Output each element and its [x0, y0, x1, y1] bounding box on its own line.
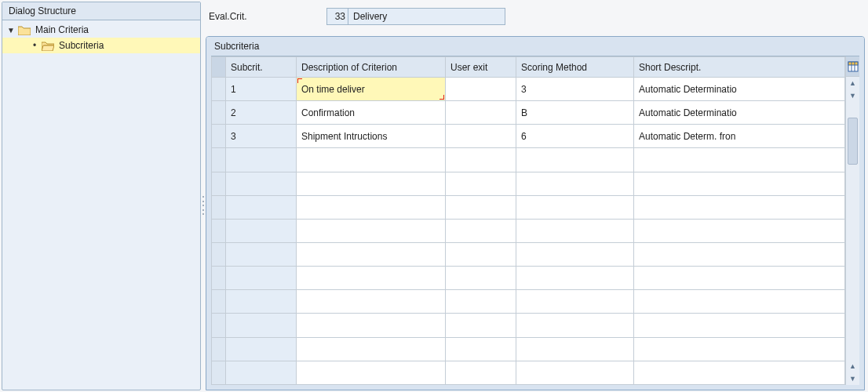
table-row[interactable] — [212, 290, 845, 314]
row-selector[interactable] — [212, 242, 226, 266]
cell-scoring[interactable] — [516, 148, 634, 172]
scroll-thumb[interactable] — [848, 118, 858, 165]
cell-subcrit[interactable] — [226, 361, 297, 384]
row-selector[interactable] — [212, 290, 226, 314]
cell-scoring[interactable]: 6 — [516, 125, 634, 148]
row-selector[interactable] — [212, 267, 226, 290]
vertical-scrollbar[interactable]: ▲ ▼ ▲ ▼ — [845, 56, 859, 385]
cell-desc[interactable] — [297, 148, 446, 172]
cell-userexit[interactable] — [446, 314, 516, 337]
col-header-short[interactable]: Short Descript. — [634, 57, 845, 78]
cell-desc[interactable] — [297, 267, 446, 290]
table-row[interactable] — [212, 219, 845, 242]
cell-subcrit[interactable]: 1 — [226, 78, 297, 101]
table-row[interactable] — [212, 361, 845, 384]
row-selector[interactable] — [212, 195, 226, 219]
cell-userexit[interactable] — [446, 101, 516, 125]
scroll-down-icon[interactable]: ▼ — [846, 372, 859, 385]
cell-scoring[interactable] — [516, 290, 634, 314]
col-header-userexit[interactable]: User exit — [446, 57, 516, 78]
cell-short[interactable]: Automatic Determ. fron — [634, 125, 845, 148]
table-row[interactable] — [212, 242, 845, 266]
cell-desc[interactable] — [297, 172, 446, 195]
subcriteria-table[interactable]: Subcrit. Description of Criterion User e… — [211, 56, 845, 385]
cell-desc[interactable]: Confirmation — [297, 101, 446, 125]
table-row[interactable] — [212, 267, 845, 290]
tree-item-main-criteria[interactable]: ▼ Main Criteria — [2, 22, 200, 38]
cell-short[interactable] — [634, 219, 845, 242]
cell-subcrit[interactable] — [226, 314, 297, 337]
row-selector[interactable] — [212, 125, 226, 148]
cell-short[interactable]: Automatic Determinatio — [634, 78, 845, 101]
table-config-button[interactable] — [846, 56, 859, 77]
cell-subcrit[interactable] — [226, 219, 297, 242]
cell-userexit[interactable] — [446, 337, 516, 361]
cell-scoring[interactable]: B — [516, 101, 634, 125]
row-selector[interactable] — [212, 172, 226, 195]
cell-userexit[interactable] — [446, 242, 516, 266]
cell-short[interactable]: Automatic Determinatio — [634, 101, 845, 125]
cell-short[interactable] — [634, 172, 845, 195]
tree-item-subcriteria[interactable]: • Subcriteria — [2, 38, 200, 53]
cell-short[interactable] — [634, 361, 845, 384]
cell-scoring[interactable] — [516, 172, 634, 195]
table-corner[interactable] — [212, 57, 226, 78]
cell-desc[interactable]: Shipment Intructions — [297, 125, 446, 148]
cell-short[interactable] — [634, 148, 845, 172]
cell-userexit[interactable] — [446, 125, 516, 148]
cell-desc[interactable] — [297, 290, 446, 314]
cell-scoring[interactable] — [516, 314, 634, 337]
cell-desc[interactable]: On time deliver — [297, 78, 446, 101]
cell-scoring[interactable] — [516, 242, 634, 266]
cell-subcrit[interactable] — [226, 337, 297, 361]
row-selector[interactable] — [212, 314, 226, 337]
cell-userexit[interactable] — [446, 361, 516, 384]
eval-crit-desc[interactable]: Delivery — [348, 8, 505, 25]
cell-desc[interactable] — [297, 195, 446, 219]
cell-scoring[interactable] — [516, 219, 634, 242]
cell-userexit[interactable] — [446, 267, 516, 290]
table-row[interactable]: 1On time deliver3Automatic Determinatio — [212, 78, 845, 101]
scroll-up-icon[interactable]: ▲ — [846, 77, 859, 89]
row-selector[interactable] — [212, 148, 226, 172]
row-selector[interactable] — [212, 337, 226, 361]
cell-subcrit[interactable] — [226, 172, 297, 195]
cell-desc[interactable] — [297, 361, 446, 384]
row-selector[interactable] — [212, 219, 226, 242]
col-header-subcrit[interactable]: Subcrit. — [226, 57, 297, 78]
cell-userexit[interactable] — [446, 219, 516, 242]
row-selector[interactable] — [212, 361, 226, 384]
cell-subcrit[interactable]: 2 — [226, 101, 297, 125]
cell-subcrit[interactable] — [226, 195, 297, 219]
eval-crit-code[interactable]: 33 — [326, 8, 348, 25]
cell-scoring[interactable] — [516, 361, 634, 384]
cell-scoring[interactable] — [516, 337, 634, 361]
cell-desc[interactable] — [297, 337, 446, 361]
table-row[interactable] — [212, 148, 845, 172]
cell-subcrit[interactable] — [226, 242, 297, 266]
cell-desc[interactable] — [297, 242, 446, 266]
collapse-icon[interactable]: ▼ — [7, 26, 15, 34]
cell-subcrit[interactable]: 3 — [226, 125, 297, 148]
scroll-up-icon[interactable]: ▲ — [846, 360, 859, 372]
table-row[interactable] — [212, 172, 845, 195]
table-row[interactable]: 2ConfirmationBAutomatic Determinatio — [212, 101, 845, 125]
col-header-desc[interactable]: Description of Criterion — [297, 57, 446, 78]
col-header-scoring[interactable]: Scoring Method — [516, 57, 634, 78]
row-selector[interactable] — [212, 101, 226, 125]
cell-desc[interactable] — [297, 219, 446, 242]
cell-subcrit[interactable] — [226, 267, 297, 290]
cell-subcrit[interactable] — [226, 290, 297, 314]
cell-scoring[interactable]: 3 — [516, 78, 634, 101]
cell-userexit[interactable] — [446, 172, 516, 195]
scroll-down-icon[interactable]: ▼ — [846, 89, 859, 102]
cell-short[interactable] — [634, 337, 845, 361]
cell-short[interactable] — [634, 290, 845, 314]
cell-scoring[interactable] — [516, 195, 634, 219]
cell-desc[interactable] — [297, 314, 446, 337]
cell-userexit[interactable] — [446, 78, 516, 101]
cell-userexit[interactable] — [446, 290, 516, 314]
splitter-handle[interactable] — [202, 196, 205, 215]
row-selector[interactable] — [212, 78, 226, 101]
cell-userexit[interactable] — [446, 148, 516, 172]
